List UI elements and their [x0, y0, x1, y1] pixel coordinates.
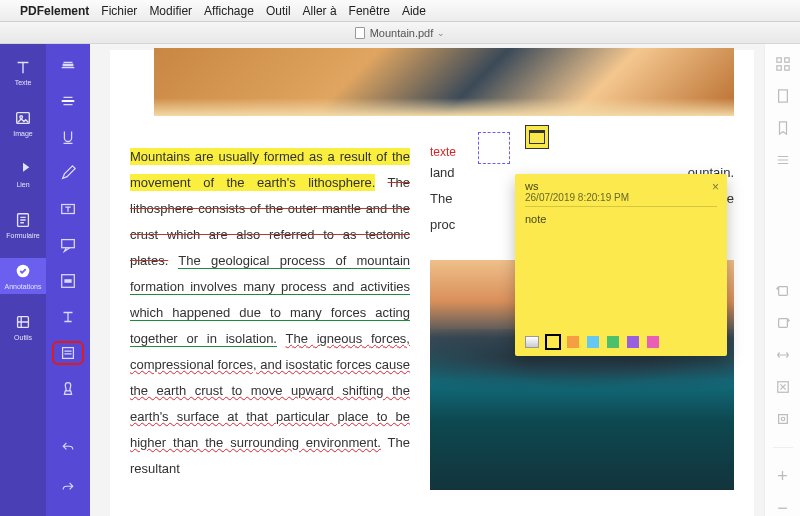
sticky-note-icon: [525, 125, 549, 149]
sticky-color-row: [525, 336, 659, 348]
annotation-tools-column: [46, 44, 90, 516]
svg-rect-11: [784, 58, 788, 62]
zoom-out-button[interactable]: −: [775, 500, 791, 516]
svg-rect-16: [778, 319, 787, 328]
menu-outil[interactable]: Outil: [266, 4, 291, 18]
mac-menubar: PDFelement Fichier Modifier Affichage Ou…: [0, 0, 800, 22]
svg-rect-14: [778, 90, 787, 102]
sticky-swatch-0[interactable]: [547, 336, 559, 348]
sticky-swatch-4[interactable]: [627, 336, 639, 348]
right-page-view-icon[interactable]: [775, 88, 791, 104]
sidebar-item-annotations[interactable]: Annotations: [0, 258, 46, 294]
sticky-swatch-5[interactable]: [647, 336, 659, 348]
right-actual-size-icon[interactable]: [775, 411, 791, 427]
sticky-author: ws: [525, 180, 717, 192]
svg-rect-12: [776, 66, 780, 70]
rt-l1a: land: [430, 160, 455, 186]
window-titlebar: Mountain.pdf ⌄: [0, 22, 800, 44]
tool-pencil[interactable]: [55, 164, 81, 182]
tool-text-callout[interactable]: [55, 236, 81, 254]
document-icon: [355, 27, 365, 39]
document-canvas[interactable]: Mountains are usually formed as a result…: [90, 44, 764, 516]
tool-stamp[interactable]: [55, 380, 81, 398]
annotations-icon: [14, 262, 32, 280]
right-rotate-left-icon[interactable]: [775, 283, 791, 299]
right-fit-page-icon[interactable]: [775, 379, 791, 395]
tool-area-highlight[interactable]: [55, 272, 81, 290]
highlighted-text[interactable]: Mountains are usually formed as a result…: [130, 148, 410, 191]
sticky-close-icon[interactable]: ×: [712, 180, 719, 194]
sticky-date: 26/07/2019 8:20:19 PM: [525, 192, 717, 207]
right-fit-width-icon[interactable]: [775, 347, 791, 363]
right-rotate-right-icon[interactable]: [775, 315, 791, 331]
image-icon: [14, 109, 32, 127]
tool-strikethrough[interactable]: [55, 92, 81, 110]
sidebar-item-lien[interactable]: Lien: [0, 156, 46, 192]
tool-sticky-note[interactable]: [55, 344, 81, 362]
left-text-column: Mountains are usually formed as a result…: [130, 144, 410, 516]
menu-affichage[interactable]: Affichage: [204, 4, 254, 18]
sticky-swatch-2[interactable]: [587, 336, 599, 348]
sidebar-label: Annotations: [5, 283, 42, 290]
sidebar-item-texte[interactable]: Texte: [0, 54, 46, 90]
title-dropdown-chevron-icon[interactable]: ⌄: [437, 28, 445, 38]
zoom-in-button[interactable]: +: [775, 468, 791, 484]
svg-rect-13: [784, 66, 788, 70]
sidebar-label: Image: [13, 130, 32, 137]
svg-rect-18: [778, 415, 787, 424]
sidebar-item-outils[interactable]: Outils: [0, 309, 46, 345]
red-squiggle-text[interactable]: The igneous forces, compressional forces…: [130, 331, 410, 450]
sticky-swatch-3[interactable]: [607, 336, 619, 348]
rt-l3a: proc: [430, 217, 455, 232]
tool-undo[interactable]: [55, 434, 81, 460]
right-panel-strip: + −: [764, 44, 800, 516]
app-name[interactable]: PDFelement: [20, 4, 89, 18]
sidebar-label: Lien: [16, 181, 29, 188]
sidebar-item-image[interactable]: Image: [0, 105, 46, 141]
svg-rect-8: [64, 279, 71, 283]
tool-typewriter[interactable]: [55, 308, 81, 326]
sidebar-item-formulaire[interactable]: Formulaire: [0, 207, 46, 243]
tool-redo[interactable]: [55, 474, 81, 500]
document-title: Mountain.pdf: [370, 27, 434, 39]
menu-aide[interactable]: Aide: [402, 4, 426, 18]
text-icon: [14, 58, 32, 76]
sticky-note-popup[interactable]: × ws 26/07/2019 8:20:19 PM note: [515, 174, 727, 356]
tools-icon: [14, 313, 32, 331]
menu-modifier[interactable]: Modifier: [149, 4, 192, 18]
sidebar-main: Texte Image Lien Formulaire Annotations …: [0, 44, 46, 516]
menu-fenetre[interactable]: Fenêtre: [349, 4, 390, 18]
right-thumbnails-icon[interactable]: [775, 56, 791, 72]
form-icon: [14, 211, 32, 229]
tool-highlight[interactable]: [55, 56, 81, 74]
sticky-swatch-1[interactable]: [567, 336, 579, 348]
hero-mountain-image: [154, 48, 734, 116]
sticky-body-text[interactable]: note: [515, 209, 727, 229]
rt-l2a: The: [430, 186, 452, 212]
svg-point-19: [781, 417, 785, 421]
link-icon: [14, 160, 32, 178]
svg-rect-6: [62, 240, 75, 248]
right-outline-icon[interactable]: [775, 152, 791, 168]
menu-fichier[interactable]: Fichier: [101, 4, 137, 18]
svg-rect-10: [776, 58, 780, 62]
tool-underline[interactable]: [55, 128, 81, 146]
sidebar-label: Outils: [14, 334, 32, 341]
sidebar-label: Formulaire: [6, 232, 39, 239]
sidebar-label: Texte: [15, 79, 32, 86]
right-bookmarks-icon[interactable]: [775, 120, 791, 136]
tool-textbox[interactable]: [55, 200, 81, 218]
menu-allera[interactable]: Aller à: [303, 4, 337, 18]
sticky-color-picker-icon[interactable]: [525, 336, 539, 348]
svg-rect-9: [63, 348, 74, 359]
svg-rect-15: [778, 287, 787, 296]
